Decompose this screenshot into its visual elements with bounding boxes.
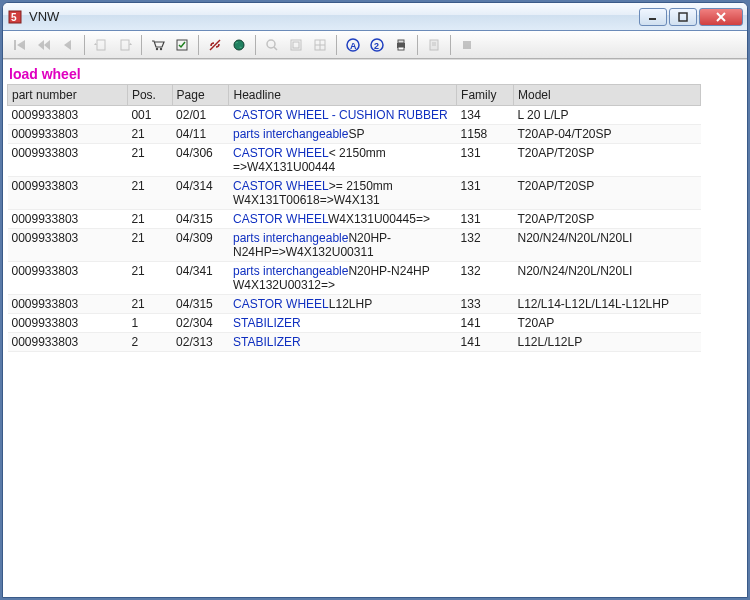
app-window: 5 VNW A 2 load wheel bbox=[2, 2, 748, 598]
fit-page-icon[interactable] bbox=[285, 34, 307, 56]
cell-model: T20AP bbox=[513, 314, 700, 333]
window-buttons bbox=[639, 8, 743, 26]
headline-link[interactable]: CASTOR WHEEL bbox=[233, 146, 329, 160]
cell-headline: STABILIZER bbox=[229, 314, 457, 333]
headline-link[interactable]: CASTOR WHEEL - CUSHION RUBBER bbox=[233, 108, 448, 122]
headline-link[interactable]: CASTOR WHEEL bbox=[233, 212, 328, 226]
cell-part: 0009933803 bbox=[8, 333, 128, 352]
toolbar: A 2 bbox=[3, 31, 747, 59]
table-row[interactable]: 0009933803202/313STABILIZER141L12L/L12LP bbox=[8, 333, 701, 352]
first-button[interactable] bbox=[9, 34, 31, 56]
headline-link[interactable]: CASTOR WHEEL bbox=[233, 179, 329, 193]
cell-headline: parts interchangeableSP bbox=[229, 125, 457, 144]
titlebar: 5 VNW bbox=[3, 3, 747, 31]
table-row[interactable]: 000993380300102/01CASTOR WHEEL - CUSHION… bbox=[8, 106, 701, 125]
svg-text:5: 5 bbox=[11, 12, 17, 23]
svg-point-16 bbox=[160, 47, 162, 49]
headline-link[interactable]: parts interchangeable bbox=[233, 264, 348, 278]
cell-family: 131 bbox=[457, 177, 514, 210]
table-row[interactable]: 00099338032104/309parts interchangeableN… bbox=[8, 229, 701, 262]
headline-link[interactable]: CASTOR WHEEL bbox=[233, 297, 329, 311]
note-icon[interactable] bbox=[423, 34, 445, 56]
headline-link[interactable]: parts interchangeable bbox=[233, 127, 348, 141]
cell-family: 131 bbox=[457, 144, 514, 177]
cell-model: L12L/L12LP bbox=[513, 333, 700, 352]
cell-headline: parts interchangeableN20HP-N24HP=>W4X132… bbox=[229, 229, 457, 262]
cell-headline: CASTOR WHEEL< 2150mm =>W4X131U00444 bbox=[229, 144, 457, 177]
cell-pos: 001 bbox=[127, 106, 172, 125]
cell-page: 04/315 bbox=[172, 210, 229, 229]
cell-pos: 1 bbox=[127, 314, 172, 333]
table-row[interactable]: 00099338032104/341parts interchangeableN… bbox=[8, 262, 701, 295]
cart-icon[interactable] bbox=[147, 34, 169, 56]
svg-marker-7 bbox=[17, 40, 25, 50]
checklist-icon[interactable] bbox=[171, 34, 193, 56]
cell-headline: parts interchangeableN20HP-N24HP W4X132U… bbox=[229, 262, 457, 295]
headline-link[interactable]: STABILIZER bbox=[233, 316, 301, 330]
copy-left-icon[interactable] bbox=[90, 34, 112, 56]
svg-rect-33 bbox=[398, 47, 404, 50]
cell-model: T20AP-04/T20SP bbox=[513, 125, 700, 144]
cell-model: N20/N24/N20L/N20LI bbox=[513, 229, 700, 262]
separator bbox=[336, 35, 337, 55]
cell-pos: 21 bbox=[127, 210, 172, 229]
zoom-icon[interactable] bbox=[261, 34, 283, 56]
svg-point-19 bbox=[234, 40, 244, 50]
cell-page: 02/313 bbox=[172, 333, 229, 352]
cell-part: 0009933803 bbox=[8, 314, 128, 333]
cell-headline: STABILIZER bbox=[229, 333, 457, 352]
table-row[interactable]: 00099338032104/314CASTOR WHEEL>= 2150mm … bbox=[8, 177, 701, 210]
svg-rect-6 bbox=[14, 40, 16, 50]
cell-pos: 21 bbox=[127, 144, 172, 177]
globe-icon[interactable] bbox=[228, 34, 250, 56]
maximize-button[interactable] bbox=[669, 8, 697, 26]
svg-text:A: A bbox=[350, 41, 357, 51]
cell-model: T20AP/T20SP bbox=[513, 144, 700, 177]
svg-rect-37 bbox=[463, 41, 471, 49]
print-icon[interactable] bbox=[390, 34, 412, 56]
cell-model: T20AP/T20SP bbox=[513, 177, 700, 210]
back-button[interactable] bbox=[57, 34, 79, 56]
svg-rect-23 bbox=[293, 42, 299, 48]
col-model[interactable]: Model bbox=[513, 85, 700, 106]
headline-rest: L12LHP bbox=[329, 297, 372, 311]
marker-2-icon[interactable]: 2 bbox=[366, 34, 388, 56]
table-row[interactable]: 0009933803102/304STABILIZER141T20AP bbox=[8, 314, 701, 333]
cell-part: 0009933803 bbox=[8, 262, 128, 295]
headline-link[interactable]: parts interchangeable bbox=[233, 231, 348, 245]
cell-model: L12/L14-L12L/L14L-L12LHP bbox=[513, 295, 700, 314]
col-headline[interactable]: Headline bbox=[229, 85, 457, 106]
col-page[interactable]: Page bbox=[172, 85, 229, 106]
cell-pos: 2 bbox=[127, 333, 172, 352]
cell-family: 133 bbox=[457, 295, 514, 314]
separator bbox=[198, 35, 199, 55]
table-row[interactable]: 00099338032104/306CASTOR WHEEL< 2150mm =… bbox=[8, 144, 701, 177]
table-row[interactable]: 00099338032104/11parts interchangeableSP… bbox=[8, 125, 701, 144]
cell-part: 0009933803 bbox=[8, 229, 128, 262]
cell-pos: 21 bbox=[127, 229, 172, 262]
separator bbox=[255, 35, 256, 55]
cell-page: 02/01 bbox=[172, 106, 229, 125]
cell-headline: CASTOR WHEEL - CUSHION RUBBER bbox=[229, 106, 457, 125]
cell-part: 0009933803 bbox=[8, 295, 128, 314]
cell-page: 04/306 bbox=[172, 144, 229, 177]
close-button[interactable] bbox=[699, 8, 743, 26]
table-row[interactable]: 00099338032104/315CASTOR WHEELL12LHP133L… bbox=[8, 295, 701, 314]
cell-pos: 21 bbox=[127, 177, 172, 210]
cell-page: 04/315 bbox=[172, 295, 229, 314]
headline-link[interactable]: STABILIZER bbox=[233, 335, 301, 349]
minimize-button[interactable] bbox=[639, 8, 667, 26]
fast-back-button[interactable] bbox=[33, 34, 55, 56]
copy-right-icon[interactable] bbox=[114, 34, 136, 56]
no-link-icon[interactable] bbox=[204, 34, 226, 56]
table-row[interactable]: 00099338032104/315CASTOR WHEELW4X131U004… bbox=[8, 210, 701, 229]
table-header-row: part number Pos. Page Headline Family Mo… bbox=[8, 85, 701, 106]
stop-icon[interactable] bbox=[456, 34, 478, 56]
marker-a-icon[interactable]: A bbox=[342, 34, 364, 56]
col-pos[interactable]: Pos. bbox=[127, 85, 172, 106]
actual-size-icon[interactable] bbox=[309, 34, 331, 56]
col-family[interactable]: Family bbox=[457, 85, 514, 106]
cell-page: 02/304 bbox=[172, 314, 229, 333]
separator bbox=[450, 35, 451, 55]
col-part-number[interactable]: part number bbox=[8, 85, 128, 106]
